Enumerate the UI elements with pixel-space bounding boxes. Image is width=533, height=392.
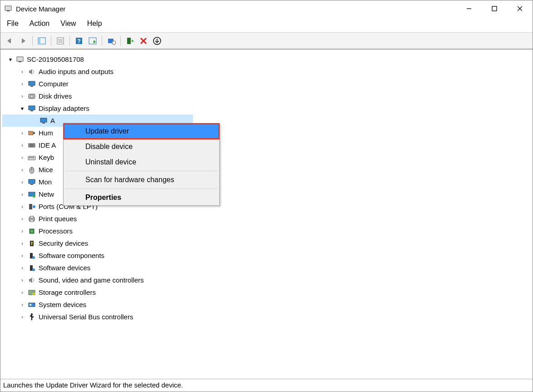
- tree-root[interactable]: ▾ SC-201905081708: [2, 53, 531, 65]
- ctx-disable-device[interactable]: Disable device: [64, 139, 219, 154]
- software-icon: [27, 252, 37, 260]
- update-driver-button[interactable]: [106, 35, 117, 46]
- expand-arrow-icon[interactable]: ›: [18, 167, 27, 173]
- ctx-separator: [65, 171, 217, 171]
- expand-arrow-icon[interactable]: ›: [18, 203, 27, 210]
- network-icon: [27, 190, 37, 198]
- tree-item[interactable]: ›System devices: [2, 298, 531, 311]
- expand-arrow-icon[interactable]: ›: [18, 302, 27, 308]
- ctx-scan-hardware[interactable]: Scan for hardware changes: [64, 172, 219, 188]
- context-menu: Update driver Disable device Uninstall d…: [63, 123, 220, 206]
- forward-button[interactable]: [18, 35, 29, 46]
- hid-icon: [27, 129, 37, 137]
- usb-icon: [27, 313, 37, 321]
- expand-arrow-icon[interactable]: ›: [18, 179, 27, 185]
- tree-item[interactable]: ›Universal Serial Bus controllers: [2, 311, 531, 323]
- security-icon: [27, 239, 37, 248]
- device-tree[interactable]: ▾ SC-201905081708 ›Audio inputs and outp…: [0, 49, 533, 376]
- tree-root-label: SC-201905081708: [27, 55, 84, 63]
- tree-item-label: Print queues: [39, 215, 77, 223]
- tree-item[interactable]: ›Computer: [2, 78, 531, 90]
- tree-item[interactable]: ›Processors: [2, 225, 531, 237]
- expand-arrow-icon[interactable]: ›: [18, 216, 27, 222]
- expand-arrow-icon[interactable]: ›: [18, 69, 27, 75]
- ctx-properties[interactable]: Properties: [64, 190, 219, 205]
- storage-icon: [27, 288, 37, 297]
- disable-device-button[interactable]: [152, 35, 163, 46]
- menu-action[interactable]: Action: [29, 19, 50, 29]
- monitor-icon: [27, 80, 37, 88]
- svg-point-16: [112, 41, 116, 45]
- svg-point-49: [33, 205, 35, 208]
- tree-item[interactable]: ›Software components: [2, 249, 531, 262]
- expand-arrow-icon[interactable]: ›: [18, 289, 27, 296]
- svg-rect-32: [33, 132, 35, 134]
- expand-arrow-icon[interactable]: ›: [18, 253, 27, 259]
- printer-icon: [27, 215, 37, 223]
- tree-item[interactable]: ›Audio inputs and outputs: [2, 65, 531, 78]
- enable-device-button[interactable]: [124, 35, 135, 46]
- toolbar-separator: [102, 36, 102, 46]
- svg-rect-24: [30, 86, 33, 87]
- expand-arrow-icon[interactable]: ›: [18, 93, 27, 99]
- svg-rect-22: [19, 61, 21, 62]
- ctx-update-driver-label: Update driver: [85, 127, 129, 135]
- expand-arrow-icon[interactable]: ›: [18, 240, 27, 247]
- maximize-button[interactable]: [482, 0, 507, 17]
- port-icon: [27, 203, 37, 211]
- tree-item[interactable]: ›Security devices: [2, 237, 531, 249]
- expand-arrow-icon[interactable]: ▾: [6, 56, 15, 63]
- menu-help[interactable]: Help: [86, 19, 103, 29]
- svg-rect-3: [492, 6, 497, 11]
- tree-item[interactable]: ›Storage controllers: [2, 286, 531, 298]
- expand-arrow-icon[interactable]: ▾: [18, 105, 27, 112]
- expand-arrow-icon[interactable]: ›: [18, 81, 27, 87]
- ide-icon: [27, 141, 37, 149]
- toolbar-separator: [120, 36, 121, 46]
- disk-icon: [27, 92, 37, 100]
- tree-item[interactable]: ›Print queues: [2, 213, 531, 225]
- ctx-update-driver[interactable]: Update driver: [64, 124, 219, 139]
- svg-rect-44: [29, 179, 35, 184]
- back-button[interactable]: [4, 35, 15, 46]
- tree-item[interactable]: ▾Display adapters: [2, 102, 531, 114]
- menu-bar: File Action View Help: [0, 17, 533, 33]
- expand-arrow-icon[interactable]: ›: [18, 228, 27, 234]
- scan-hardware-button[interactable]: [87, 35, 98, 46]
- svg-rect-45: [30, 184, 33, 185]
- help-button[interactable]: ?: [74, 35, 84, 46]
- svg-point-59: [32, 256, 35, 259]
- tree-item-label: Netw: [39, 190, 54, 198]
- expand-arrow-icon[interactable]: ›: [18, 314, 27, 320]
- menu-view[interactable]: View: [59, 19, 77, 29]
- tree-item-label: Processors: [39, 227, 73, 235]
- svg-rect-54: [30, 230, 33, 233]
- tree-item[interactable]: ›Sound, video and game controllers: [2, 274, 531, 286]
- expand-arrow-icon[interactable]: ›: [18, 154, 27, 161]
- expand-arrow-icon[interactable]: ›: [18, 277, 27, 283]
- status-text: Launches the Update Driver Wizard for th…: [3, 381, 183, 389]
- tree-item-label: Mice: [39, 166, 53, 174]
- properties-button[interactable]: [55, 35, 66, 46]
- close-button[interactable]: [507, 0, 533, 17]
- svg-rect-14: [89, 38, 96, 44]
- tree-item-label: Computer: [39, 80, 69, 88]
- expand-arrow-icon[interactable]: ›: [18, 130, 27, 136]
- speaker-icon: [27, 276, 37, 284]
- show-hide-console-tree-button[interactable]: [36, 35, 47, 46]
- uninstall-device-button[interactable]: [138, 35, 149, 46]
- tree-item[interactable]: ›Disk drives: [2, 90, 531, 102]
- expand-arrow-icon[interactable]: ›: [18, 191, 27, 198]
- toolbar: ?: [0, 33, 533, 49]
- expand-arrow-icon[interactable]: ›: [18, 142, 27, 149]
- window-title: Device Manager: [16, 5, 456, 13]
- minimize-button[interactable]: [456, 0, 482, 17]
- menu-file[interactable]: File: [6, 19, 20, 29]
- expand-arrow-icon[interactable]: ›: [18, 265, 27, 271]
- tree-item[interactable]: ›Software devices: [2, 262, 531, 274]
- svg-rect-52: [30, 220, 34, 222]
- monitor-icon: [27, 104, 37, 113]
- tree-item-label: A: [50, 117, 55, 124]
- svg-rect-23: [29, 81, 35, 85]
- ctx-uninstall-device[interactable]: Uninstall device: [64, 154, 219, 170]
